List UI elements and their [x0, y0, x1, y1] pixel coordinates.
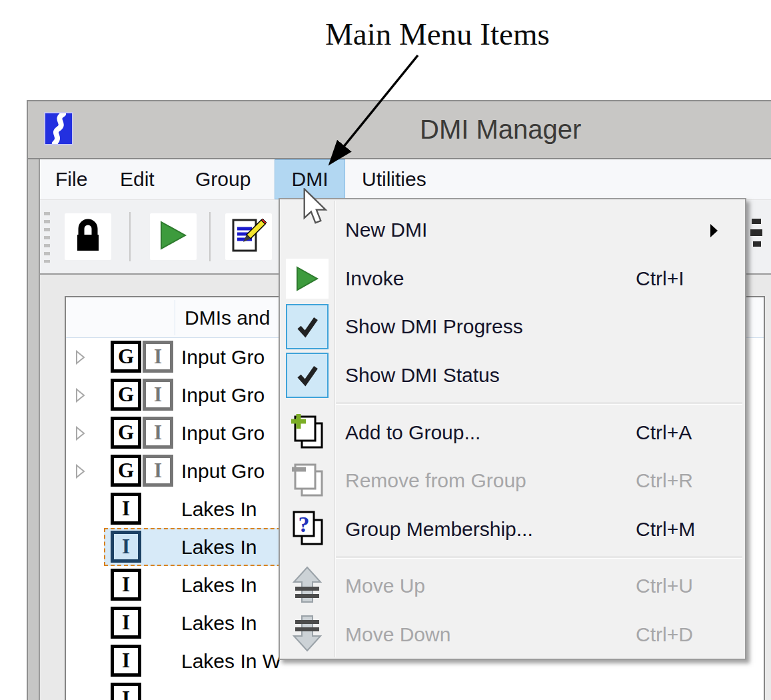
- edit-dmi-button[interactable]: [225, 213, 272, 260]
- input-badge-icon: I: [143, 341, 173, 373]
- tree-row-label: Input Gro: [181, 414, 265, 452]
- menu-item-move-down[interactable]: Move Down Ctrl+D: [280, 611, 745, 659]
- menubar-item-utilities[interactable]: Utilities: [354, 159, 434, 199]
- tree-row-label: Lakes In: [181, 490, 257, 528]
- toolbar-separator: [129, 212, 131, 261]
- menu-shortcut: Ctrl+I: [636, 267, 745, 290]
- move-up-icon: [291, 566, 323, 606]
- menu-shortcut: Ctrl+U: [636, 575, 745, 597]
- menu-item-group-membership[interactable]: ? Group Membership... Ctrl+M: [280, 505, 745, 553]
- input-badge-icon: I: [111, 531, 141, 563]
- menu-item-show-dmi-status[interactable]: Show DMI Status: [280, 351, 745, 400]
- menu-item-show-dmi-progress[interactable]: Show DMI Progress: [280, 303, 745, 351]
- tree-row-label: Input Gro: [181, 338, 265, 376]
- group-badge-icon: G: [111, 379, 141, 411]
- add-to-group-icon: [289, 413, 326, 453]
- invoke-play-icon: [286, 259, 329, 299]
- tree-row[interactable]: I: [66, 680, 764, 700]
- input-badge-icon: I: [111, 569, 141, 601]
- tree-row-label: Lakes In: [181, 604, 257, 642]
- menu-item-add-to-group[interactable]: Add to Group... Ctrl+A: [280, 408, 745, 457]
- toolbar-icon-fragment: [752, 219, 761, 224]
- menu-item-remove-from-group[interactable]: Remove from Group Ctrl+R: [280, 457, 745, 505]
- menubar-item-group[interactable]: Group: [187, 159, 259, 199]
- tree-row-label: Input Gro: [181, 376, 265, 414]
- group-membership-icon: ?: [289, 509, 326, 549]
- tree-row-label: Lakes In: [181, 566, 257, 604]
- lock-button[interactable]: [65, 213, 111, 260]
- input-badge-icon: I: [111, 607, 141, 639]
- input-badge-icon: I: [111, 493, 141, 525]
- screenshot-root: Main Menu Items DMI Manager File Edit Gr…: [0, 0, 771, 700]
- annotation-label: Main Menu Items: [325, 16, 550, 52]
- edit-dmi-icon: [231, 217, 267, 256]
- group-badge-icon: G: [111, 341, 141, 373]
- menu-bar: File Edit Group DMI Utilities: [40, 159, 771, 199]
- menu-item-move-up[interactable]: Move Up Ctrl+U: [280, 562, 745, 611]
- tree-row-label: Lakes In: [181, 528, 257, 566]
- remove-from-group-icon: [289, 461, 326, 501]
- group-badge-icon: G: [111, 417, 141, 449]
- tree-header-label: DMIs and: [185, 297, 270, 338]
- input-badge-icon: I: [143, 417, 173, 449]
- invoke-button[interactable]: [150, 213, 197, 260]
- riverware-logo-icon: [44, 112, 73, 145]
- move-down-icon: [291, 615, 323, 655]
- input-badge-icon: I: [111, 645, 141, 677]
- expand-triangle-icon[interactable]: [75, 426, 85, 443]
- toolbar-separator: [209, 212, 211, 261]
- checkbox-checked-icon: [286, 304, 329, 349]
- checkbox-checked-icon: [286, 353, 329, 398]
- menu-item-new-dmi[interactable]: New DMI: [280, 206, 745, 255]
- tree-row-label: Input Gro: [181, 452, 265, 490]
- submenu-arrow-icon: [709, 223, 718, 241]
- menu-separator: [336, 403, 742, 405]
- input-badge-icon: I: [143, 379, 173, 411]
- menu-item-invoke[interactable]: Invoke Ctrl+I: [280, 255, 745, 303]
- tree-column-divider: [175, 300, 175, 335]
- input-badge-icon: I: [111, 683, 141, 700]
- menubar-item-dmi[interactable]: DMI: [275, 159, 345, 199]
- expand-triangle-icon[interactable]: [75, 464, 85, 481]
- expand-triangle-icon[interactable]: [75, 350, 85, 367]
- group-badge-icon: G: [111, 455, 141, 487]
- svg-text:?: ?: [299, 512, 310, 537]
- menu-shortcut: Ctrl+D: [636, 623, 745, 646]
- menu-separator: [336, 557, 742, 559]
- invoke-play-icon: [159, 219, 188, 254]
- menu-shortcut: Ctrl+M: [636, 518, 745, 541]
- titlebar: DMI Manager: [28, 101, 771, 159]
- menu-shortcut: Ctrl+R: [636, 469, 745, 492]
- dmi-menu: New DMI Invoke Ctrl+I Show DMI Progress: [279, 198, 746, 660]
- menu-shortcut: Ctrl+A: [636, 421, 745, 444]
- toolbar-icon-fragment: [753, 241, 761, 247]
- window-title: DMI Manager: [420, 101, 581, 158]
- menubar-item-file[interactable]: File: [47, 159, 95, 199]
- lock-icon: [73, 217, 103, 256]
- tree-row-label: Lakes In W: [181, 642, 281, 680]
- expand-triangle-icon[interactable]: [75, 388, 85, 405]
- toolbar-drag-handle[interactable]: [44, 212, 50, 263]
- input-badge-icon: I: [143, 455, 173, 487]
- menubar-item-edit[interactable]: Edit: [112, 159, 163, 199]
- toolbar-icon-fragment: [750, 229, 762, 236]
